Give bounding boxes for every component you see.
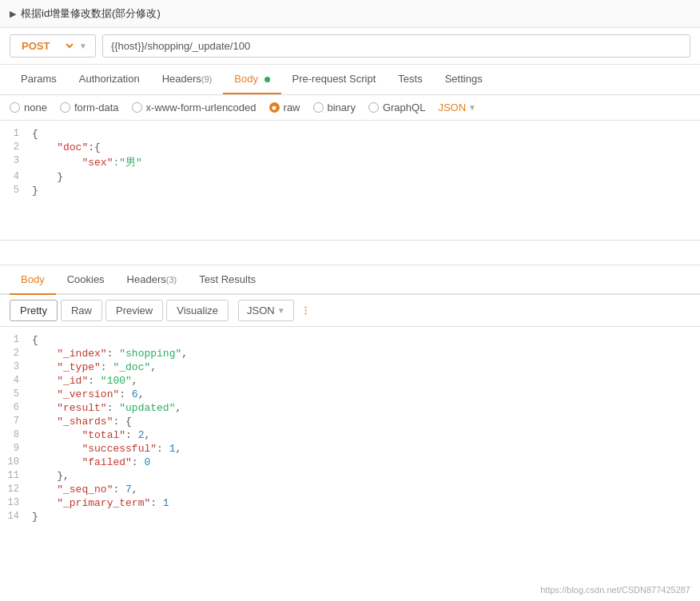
radio-circle-none <box>10 102 20 113</box>
json-format-dropdown[interactable]: JSON ▼ <box>438 101 476 113</box>
code-line: 9 "successful": 1, <box>0 442 700 456</box>
code-line: 10 "failed": 0 <box>0 456 700 469</box>
tab-settings[interactable]: Settings <box>434 65 494 94</box>
radio-binary[interactable]: binary <box>313 101 356 113</box>
tab-tests[interactable]: Tests <box>387 65 433 94</box>
method-dropdown[interactable]: POST GET PUT DELETE <box>18 39 76 53</box>
tab-prerequest[interactable]: Pre-request Script <box>281 65 388 94</box>
code-line: 1{ <box>0 127 700 141</box>
code-line: 14} <box>0 510 700 523</box>
body-type-bar: none form-data x-www-form-urlencoded raw… <box>0 95 700 121</box>
code-line: 1{ <box>0 333 700 347</box>
radio-raw[interactable]: raw <box>269 101 300 113</box>
json-dropdown-arrow: ▼ <box>468 103 476 112</box>
code-line: 12 "_seq_no": 7, <box>0 483 700 496</box>
code-line: 2 "_index": "shopping", <box>0 347 700 360</box>
format-visualize-btn[interactable]: Visualize <box>166 300 229 321</box>
tab-params[interactable]: Params <box>10 65 68 94</box>
radio-circle-urlencoded <box>132 102 142 113</box>
radio-form-data[interactable]: form-data <box>60 101 119 113</box>
code-line: 4 "_id": "100", <box>0 374 700 388</box>
code-line: 7 "_shards": { <box>0 415 700 428</box>
top-bar: ▶ 根据id增量修改数据(部分修改) <box>0 0 700 28</box>
code-line: 3 "_type": "_doc", <box>0 360 700 374</box>
response-format-dropdown[interactable]: JSON ▼ <box>238 300 294 321</box>
format-preview-btn[interactable]: Preview <box>105 300 163 321</box>
response-body-editor: 1{2 "_index": "shopping",3 "_type": "_do… <box>0 327 700 535</box>
code-line: 2 "doc":{ <box>0 141 700 154</box>
code-line: 13 "_primary_term": 1 <box>0 496 700 510</box>
radio-graphql[interactable]: GraphQL <box>368 101 425 113</box>
radio-circle-form-data <box>60 102 70 113</box>
response-tab-test-results[interactable]: Test Results <box>188 265 267 295</box>
body-active-dot <box>264 77 270 82</box>
radio-circle-graphql <box>368 102 379 113</box>
url-bar: POST GET PUT DELETE ▼ <box>0 28 700 65</box>
wrap-icon[interactable]: ⁝ <box>304 303 308 318</box>
tab-headers[interactable]: Headers(9) <box>151 65 224 94</box>
radio-circle-binary <box>313 102 324 113</box>
editor-spacer <box>0 241 700 265</box>
code-line: 3 "sex":"男" <box>0 154 700 170</box>
expand-icon[interactable]: ▶ <box>10 9 16 19</box>
tab-authorization[interactable]: Authorization <box>68 65 151 94</box>
code-line: 8 "total": 2, <box>0 428 700 442</box>
code-line: 5 "_version": 6, <box>0 388 700 401</box>
radio-circle-raw <box>269 102 280 113</box>
format-raw-btn[interactable]: Raw <box>61 300 102 321</box>
response-tab-headers[interactable]: Headers(3) <box>116 265 189 295</box>
radio-none[interactable]: none <box>10 101 47 113</box>
method-selector[interactable]: POST GET PUT DELETE ▼ <box>10 34 96 58</box>
code-line: 5} <box>0 184 700 197</box>
request-tabs-bar: Params Authorization Headers(9) Body Pre… <box>0 65 700 95</box>
code-line: 6 "result": "updated", <box>0 401 700 415</box>
code-line: 11 }, <box>0 469 700 483</box>
url-input[interactable] <box>102 34 690 58</box>
tab-body[interactable]: Body <box>223 65 280 94</box>
request-body-editor[interactable]: 1{2 "doc":{3 "sex":"男"4 }5} <box>0 121 700 241</box>
page-title: 根据id增量修改数据(部分修改) <box>21 6 161 21</box>
radio-urlencoded[interactable]: x-www-form-urlencoded <box>132 101 257 113</box>
code-line: 4 } <box>0 170 700 184</box>
response-tab-body[interactable]: Body <box>10 265 56 295</box>
response-tabs-bar: Body Cookies Headers(3) Test Results <box>0 265 700 295</box>
format-pretty-btn[interactable]: Pretty <box>10 300 58 321</box>
response-dropdown-arrow: ▼ <box>277 306 285 315</box>
response-format-bar: Pretty Raw Preview Visualize JSON ▼ ⁝ <box>0 295 700 327</box>
response-tab-cookies[interactable]: Cookies <box>56 265 116 295</box>
